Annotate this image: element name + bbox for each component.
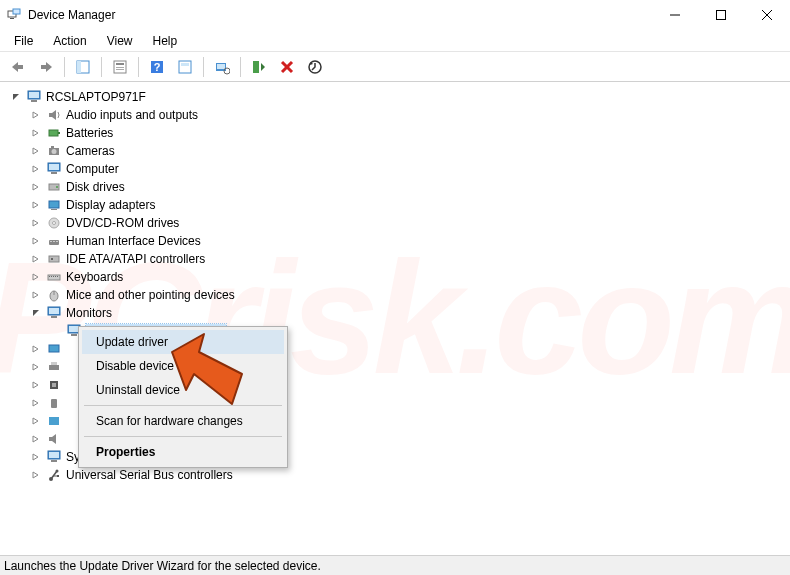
svg-rect-64 [49, 365, 59, 370]
speaker-icon [46, 107, 62, 123]
properties-button[interactable] [108, 55, 132, 79]
controller-icon [46, 251, 62, 267]
minimize-button[interactable] [652, 0, 698, 30]
tree-node-label: Keyboards [66, 270, 123, 284]
svg-rect-67 [52, 383, 56, 387]
svg-rect-27 [29, 92, 39, 98]
svg-rect-1 [10, 18, 14, 19]
forward-button[interactable] [34, 55, 58, 79]
ctx-properties[interactable]: Properties [82, 440, 284, 464]
menubar: File Action View Help [0, 30, 790, 52]
svg-rect-35 [49, 164, 59, 170]
ctx-uninstall-device[interactable]: Uninstall device [82, 378, 284, 402]
chevron-right-icon[interactable] [30, 217, 42, 229]
update-driver-button[interactable] [303, 55, 327, 79]
chevron-down-icon[interactable] [30, 307, 42, 319]
tree-node-cameras[interactable]: Cameras [6, 142, 790, 160]
svg-rect-14 [116, 69, 124, 70]
svg-rect-77 [57, 475, 59, 477]
tree-node-keyboards[interactable]: Keyboards [6, 268, 790, 286]
context-menu: Update driver Disable device Uninstall d… [78, 326, 288, 468]
chevron-right-icon[interactable] [30, 415, 42, 427]
svg-rect-53 [55, 276, 56, 277]
chevron-right-icon[interactable] [30, 199, 42, 211]
svg-rect-49 [48, 275, 60, 280]
keyboard-icon [46, 269, 62, 285]
toolbar-separator [138, 57, 139, 77]
tree-node-label: Monitors [66, 306, 112, 320]
tree-node-ide[interactable]: IDE ATA/ATAPI controllers [6, 250, 790, 268]
ctx-disable-device[interactable]: Disable device [82, 354, 284, 378]
tree-node-label: Disk drives [66, 180, 125, 194]
menu-help[interactable]: Help [143, 31, 188, 51]
enable-device-button[interactable] [247, 55, 271, 79]
maximize-button[interactable] [698, 0, 744, 30]
chevron-right-icon[interactable] [30, 145, 42, 157]
chevron-right-icon[interactable] [30, 271, 42, 283]
svg-point-32 [52, 149, 57, 154]
tree-node-computer[interactable]: Computer [6, 160, 790, 178]
ctx-separator [84, 405, 282, 406]
tree-node-label: Universal Serial Bus controllers [66, 468, 233, 482]
titlebar: Device Manager [0, 0, 790, 30]
chevron-right-icon[interactable] [30, 433, 42, 445]
svg-rect-69 [49, 417, 59, 425]
computer-icon [26, 89, 42, 105]
close-button[interactable] [744, 0, 790, 30]
svg-rect-58 [49, 308, 59, 314]
tree-node-mice[interactable]: Mice and other pointing devices [6, 286, 790, 304]
usb-icon [46, 467, 62, 483]
svg-rect-46 [56, 241, 58, 242]
chevron-right-icon[interactable] [30, 379, 42, 391]
chevron-right-icon[interactable] [30, 343, 42, 355]
menu-action[interactable]: Action [43, 31, 96, 51]
show-hide-tree-button[interactable] [71, 55, 95, 79]
tree-node-monitors[interactable]: Monitors [6, 304, 790, 322]
tree-node-batteries[interactable]: Batteries [6, 124, 790, 142]
help-button[interactable]: ? [145, 55, 169, 79]
software-icon [46, 413, 62, 429]
svg-rect-59 [51, 316, 57, 318]
tree-node-label: Computer [66, 162, 119, 176]
tree-node-usb[interactable]: Universal Serial Bus controllers [6, 466, 790, 484]
uninstall-device-button[interactable] [275, 55, 299, 79]
tree-root[interactable]: RCSLAPTOP971F [6, 88, 790, 106]
svg-rect-18 [181, 63, 189, 66]
tree-node-hid[interactable]: Human Interface Devices [6, 232, 790, 250]
chevron-right-icon[interactable] [30, 289, 42, 301]
chevron-right-icon[interactable] [30, 163, 42, 175]
menu-view[interactable]: View [97, 31, 143, 51]
tree-node-audio[interactable]: Audio inputs and outputs [6, 106, 790, 124]
svg-rect-8 [41, 65, 47, 69]
svg-point-38 [56, 186, 58, 188]
window-controls [652, 0, 790, 30]
tree-node-display-adapters[interactable]: Display adapters [6, 196, 790, 214]
chevron-right-icon[interactable] [30, 253, 42, 265]
back-button[interactable] [6, 55, 30, 79]
svg-rect-45 [53, 241, 55, 242]
chevron-down-icon[interactable] [10, 91, 22, 103]
scan-hardware-button[interactable] [210, 55, 234, 79]
chevron-right-icon[interactable] [30, 181, 42, 193]
chevron-right-icon[interactable] [30, 397, 42, 409]
disk-icon [46, 179, 62, 195]
tree-node-disk-drives[interactable]: Disk drives [6, 178, 790, 196]
svg-rect-54 [57, 276, 58, 277]
action-button[interactable] [173, 55, 197, 79]
ctx-update-driver[interactable]: Update driver [82, 330, 284, 354]
chevron-right-icon[interactable] [30, 127, 42, 139]
chevron-right-icon[interactable] [30, 451, 42, 463]
chevron-right-icon[interactable] [30, 109, 42, 121]
chevron-right-icon[interactable] [30, 469, 42, 481]
svg-rect-2 [13, 9, 20, 14]
tree-node-label: Audio inputs and outputs [66, 108, 198, 122]
chevron-right-icon[interactable] [30, 235, 42, 247]
tree-node-dvd[interactable]: DVD/CD-ROM drives [6, 214, 790, 232]
svg-rect-43 [49, 240, 59, 245]
ctx-scan-hardware[interactable]: Scan for hardware changes [82, 409, 284, 433]
display-adapter-icon [46, 197, 62, 213]
menu-file[interactable]: File [4, 31, 43, 51]
svg-rect-51 [51, 276, 52, 277]
tree-node-label: Batteries [66, 126, 113, 140]
chevron-right-icon[interactable] [30, 361, 42, 373]
